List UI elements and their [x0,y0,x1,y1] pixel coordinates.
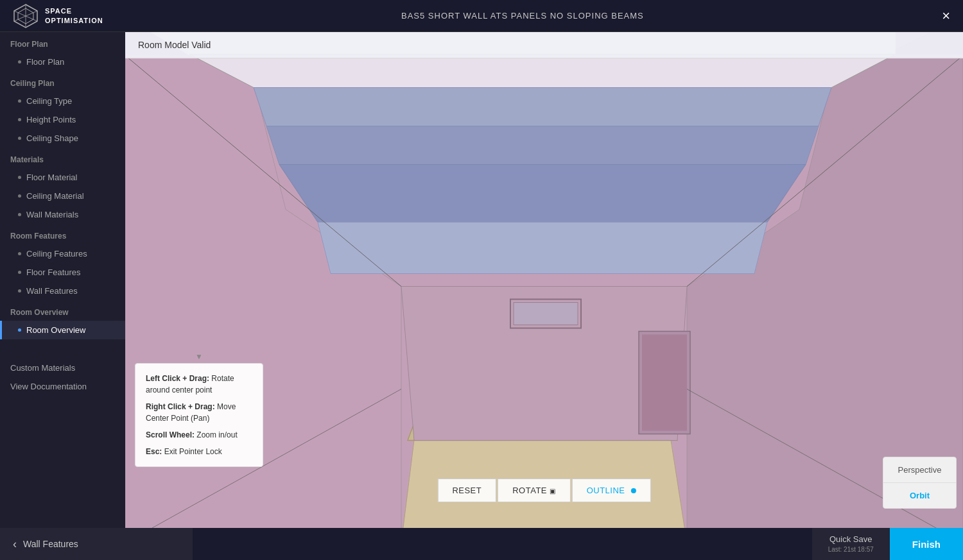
dot-icon [18,271,21,274]
dot-icon [18,176,21,179]
sidebar-item-wall-features[interactable]: Wall Features [0,282,125,300]
svg-marker-11 [266,126,819,165]
orbit-button[interactable]: Orbit [883,483,956,508]
sidebar-item-custom-materials[interactable]: Custom Materials [0,359,125,377]
logo-area: SPACE OPTIMISATION [13,3,103,29]
sidebar-item-ceiling-features[interactable]: Ceiling Features [0,244,125,263]
back-button-area[interactable]: ‹ Wall Features [0,528,193,560]
bottom-right-area: Quick Save Last: 21st 18:57 Finish [812,528,963,560]
finish-button[interactable]: Finish [890,528,963,560]
sidebar-item-ceiling-material[interactable]: Ceiling Material [0,187,125,205]
dot-icon [18,289,21,293]
bottom-toolbar: RESET ROTATE ▣ OUTLINE [437,479,650,502]
sidebar-item-floor-plan[interactable]: Floor Plan [0,53,125,71]
sidebar-section-floor-plan: Floor Plan [0,32,125,53]
sidebar-section-room-overview: Room Overview [0,300,125,321]
dot-icon [18,328,21,332]
svg-marker-12 [279,165,806,223]
sidebar-section-materials: Materials [0,148,125,168]
sidebar-item-ceiling-type[interactable]: Ceiling Type [0,92,125,110]
header-title: BAS5 SHORT WALL ATS PANELS NO SLOPING BE… [401,11,644,21]
dot-icon [18,118,21,121]
outline-active-indicator [631,488,636,493]
main-layout: Floor Plan Floor Plan Ceiling Plan Ceili… [0,32,963,528]
svg-rect-20 [514,303,578,325]
svg-marker-10 [254,88,831,126]
back-label: Wall Features [23,539,78,549]
viewport-area[interactable]: Room Model Valid [125,32,963,528]
logo-icon [13,3,39,29]
svg-rect-18 [642,335,687,431]
sidebar-item-floor-features[interactable]: Floor Features [0,263,125,282]
close-button[interactable]: × [942,9,950,23]
dot-icon [18,213,21,216]
sidebar-item-wall-materials[interactable]: Wall Materials [0,205,125,224]
back-arrow-icon: ‹ [13,538,17,551]
sidebar-item-room-overview[interactable]: Room Overview [0,321,125,339]
room-valid-banner: Room Model Valid [125,32,963,58]
svg-marker-9 [189,55,896,88]
rotate-button[interactable]: ROTATE ▣ [498,479,570,502]
dot-icon [18,137,21,140]
sidebar-item-ceiling-shape[interactable]: Ceiling Shape [0,129,125,148]
sidebar-item-height-points[interactable]: Height Points [0,110,125,129]
controls-tooltip: Left Click + Drag: Rotate around center … [135,363,263,467]
view-panel: Perspective Orbit [883,457,957,509]
svg-marker-13 [318,223,767,274]
sidebar-section-room-features: Room Features [0,224,125,244]
sidebar: Floor Plan Floor Plan Ceiling Plan Ceili… [0,32,125,528]
bottom-bar: ‹ Wall Features Quick Save Last: 21st 18… [0,528,963,560]
app-header: SPACE OPTIMISATION BAS5 SHORT WALL ATS P… [0,0,963,32]
sidebar-item-floor-material[interactable]: Floor Material [0,168,125,187]
reset-button[interactable]: RESET [437,479,496,502]
outline-button[interactable]: OUTLINE [572,479,651,502]
dot-icon [18,99,21,103]
dot-icon [18,194,21,198]
dot-icon [18,60,21,64]
sidebar-section-ceiling-plan: Ceiling Plan [0,71,125,92]
perspective-button[interactable]: Perspective [883,457,956,482]
quick-save-button[interactable]: Quick Save Last: 21st 18:57 [812,528,890,560]
sidebar-item-view-documentation[interactable]: View Documentation [0,377,125,396]
logo-text: SPACE OPTIMISATION [45,6,103,25]
dot-icon [18,252,21,255]
